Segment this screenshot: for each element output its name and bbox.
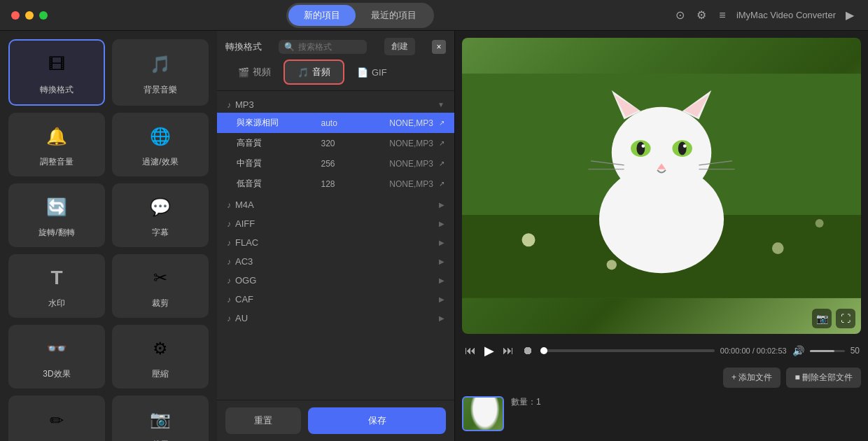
row-codec: NONE,MP3 [355,118,434,128]
gear-icon[interactable]: ⚙ [694,8,708,22]
stop-button[interactable]: ⏺ [521,344,535,357]
compress-icon: ⚙ [145,333,176,364]
format-group-caf[interactable]: ♪ CAF ▶ [217,288,454,307]
sidebar-item-label: 旋轉/翻轉 [38,227,74,239]
skip-forward-button[interactable]: ⏭ [501,344,515,357]
adjust-volume-icon: 🔔 [41,121,72,152]
app-name: iMyMac Video Converter [736,10,836,20]
row-name: 低音質 [237,178,316,190]
convert-format-icon: 🎞 [41,49,72,80]
video-thumbnail[interactable] [462,396,504,431]
progress-bar[interactable] [540,349,715,352]
sidebar-item-adjust-volume[interactable]: 🔔 調整音量 [8,113,105,176]
skip-back-button[interactable]: ⏮ [463,344,477,357]
format-tabs: 🎬 視頻 🎵 音頻 📄 GIF [217,59,454,91]
chevron-right-icon: ▶ [439,258,444,265]
play-button[interactable]: ▶ [483,343,496,358]
close-panel-button[interactable]: × [432,40,446,54]
audio-tab-label: 音頻 [312,66,330,78]
sidebar-item-subtitle[interactable]: 💬 字幕 [112,183,209,247]
music-icon: ♪ [227,276,231,286]
format-row-low-quality[interactable]: 低音質 128 NONE,MP3 ↗ [217,174,454,194]
save-button[interactable]: 保存 [308,407,446,434]
volume-number: 50 [850,346,860,356]
create-button[interactable]: 創建 [384,38,415,55]
minimize-window-button[interactable] [25,11,34,20]
close-window-button[interactable] [11,11,20,20]
volume-icon: 🔊 [792,345,804,356]
person-icon[interactable]: ⊙ [673,8,687,22]
format-row-same-as-source[interactable]: 與來源相同 auto NONE,MP3 ↗ [217,113,454,133]
sidebar-item-background-music[interactable]: 🎵 背景音樂 [112,39,209,106]
format-group-aiff[interactable]: ♪ AIFF ▶ [217,213,454,232]
music-icon: ♪ [227,257,231,267]
player-controls: ⏮ ▶ ⏭ ⏺ 00:00:00 / 00:02:53 🔊 50 [462,340,861,362]
format-row-mid-quality[interactable]: 中音質 256 NONE,MP3 ↗ [217,153,454,174]
search-input[interactable] [298,42,361,52]
tab-gif[interactable]: 📄 GIF [344,59,400,85]
row-quality: 256 [321,159,349,169]
sidebar-item-label: 壓縮 [152,368,169,380]
reset-button[interactable]: 重置 [225,407,301,434]
svg-point-15 [678,142,687,155]
add-file-button[interactable]: + 添加文件 [723,368,780,388]
row-codec: NONE,MP3 [355,139,434,148]
external-link-icon: ↗ [439,180,444,188]
format-row-high-quality[interactable]: 高音質 320 NONE,MP3 ↗ [217,133,454,153]
traffic-lights [11,11,48,20]
search-icon: 🔍 [284,42,295,52]
format-group-ac3[interactable]: ♪ AC3 ▶ [217,251,454,270]
sidebar-item-3d-effect[interactable]: 👓 3D效果 [8,325,105,388]
row-name: 高音質 [237,137,316,149]
sidebar-item-id3[interactable]: ✏ ID3 [8,396,105,441]
sidebar-item-label: 背景音樂 [144,84,177,96]
sidebar-item-compress[interactable]: ⚙ 壓縮 [112,325,209,388]
time-display: 00:00:00 / 00:02:53 [720,346,787,355]
row-quality: auto [321,118,349,128]
group-label: AU [235,313,248,323]
sidebar-item-crop[interactable]: ✂ 裁剪 [112,254,209,318]
music-icon: ♪ [227,295,231,304]
video-tab-label: 視頻 [253,66,271,78]
format-group-flac[interactable]: ♪ FLAC ▶ [217,232,454,251]
sidebar-item-screenshot[interactable]: 📷 截屏 [112,396,209,441]
rotate-flip-icon: 🔄 [41,192,72,223]
sidebar-item-watermark[interactable]: T 水印 [8,254,105,318]
sidebar-item-convert-format[interactable]: 🎞 轉換格式 [8,39,105,106]
group-label: OGG [235,275,256,286]
background-music-icon: 🎵 [145,49,176,80]
preview-panel: 📷 ⛶ ⏮ ▶ ⏭ ⏺ 00:00:00 / 00:02:53 🔊 50 [455,31,868,441]
sidebar-item-rotate-flip[interactable]: 🔄 旋轉/翻轉 [8,183,105,247]
volume-bar[interactable] [810,350,845,352]
format-group-mp3[interactable]: ♪ MP3 ▼ [217,94,454,113]
menu-icon[interactable]: ≡ [715,8,729,22]
maximize-window-button[interactable] [39,11,48,20]
watermark-icon: T [41,262,72,293]
delete-all-button[interactable]: ■ 刪除全部文件 [786,368,861,388]
svg-point-16 [642,144,645,148]
tab-video[interactable]: 🎬 視頻 [225,59,284,85]
title-right: ⊙ ⚙ ≡ iMyMac Video Converter ▶ [673,8,857,22]
external-link-icon: ↗ [439,160,444,167]
sidebar-item-filter-effect[interactable]: 🌐 過濾/效果 [112,113,209,176]
snapshot-button[interactable]: 📷 [812,309,832,328]
group-label: FLAC [235,237,258,248]
external-link-icon: ↗ [439,119,444,127]
tab-recent-project[interactable]: 最近的項目 [356,5,432,26]
format-group-ogg[interactable]: ♪ OGG ▶ [217,270,454,288]
tab-audio[interactable]: 🎵 音頻 [284,59,344,85]
format-header: 轉換格式 🔍 創建 × [217,31,454,59]
main-content: 🎞 轉換格式 🎵 背景音樂 🔔 調整音量 🌐 過濾/效果 🔄 旋轉/翻轉 💬 字… [0,31,868,441]
format-group-au[interactable]: ♪ AU ▶ [217,307,454,326]
music-icon: ♪ [227,100,231,110]
svg-point-3 [607,260,617,270]
titlebar: 新的項目 最近的項目 ⊙ ⚙ ≡ iMyMac Video Converter … [0,0,868,31]
group-label: AC3 [235,256,253,267]
progress-dot [540,347,547,354]
fullscreen-button[interactable]: ⛶ [836,309,855,328]
format-group-m4a[interactable]: ♪ M4A ▶ [217,194,454,213]
audio-tab-icon: 🎵 [298,67,309,78]
search-box: 🔍 [279,40,367,54]
tab-new-project[interactable]: 新的項目 [288,5,356,26]
chevron-right-icon: ▶ [439,276,444,284]
